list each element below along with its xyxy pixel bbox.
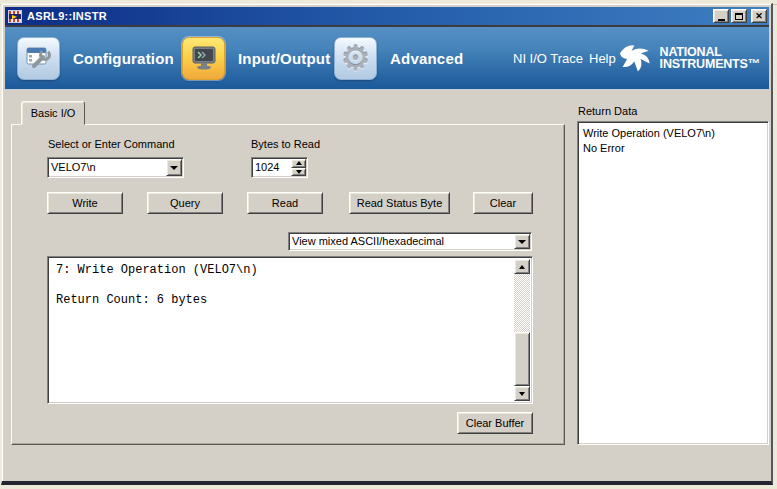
advanced-label: Advanced	[390, 50, 463, 67]
toolbar-item-configuration[interactable]: Configuration	[17, 27, 174, 89]
advanced-gear-icon[interactable]: ⚙	[334, 37, 377, 80]
maximize-icon	[735, 13, 743, 20]
close-icon: ✕	[755, 12, 763, 21]
maximize-button[interactable]	[731, 9, 747, 23]
return-data-line: Write Operation (VELO7\n)	[583, 126, 766, 141]
toolbar-item-input-output[interactable]: Input/Output	[182, 27, 330, 89]
gear-glyph: ⚙	[340, 41, 370, 75]
return-data-list[interactable]: Write Operation (VELO7\n) No Error	[577, 121, 769, 445]
toolbar-item-advanced[interactable]: ⚙ Advanced	[334, 27, 463, 89]
return-data-line: No Error	[583, 141, 766, 156]
tab-basic-io[interactable]: Basic I/O	[21, 101, 85, 125]
basic-io-panel	[11, 124, 565, 445]
return-data-text: Write Operation (VELO7\n) No Error	[580, 124, 766, 442]
labview-vi-icon	[8, 10, 22, 23]
toolbar: Configuration Input/Output	[5, 25, 769, 90]
window-controls: ✕	[713, 9, 767, 23]
app-window: ASRL9::INSTR ✕	[1, 3, 773, 485]
minimize-icon	[718, 19, 725, 21]
minimize-button[interactable]	[713, 9, 729, 23]
window-title: ASRL9::INSTR	[27, 10, 713, 22]
return-data-label: Return Data	[578, 105, 637, 117]
ni-io-trace-link[interactable]: NI I/O Trace	[513, 51, 583, 66]
help-link[interactable]: Help	[589, 51, 616, 66]
ni-logo: NATIONAL INSTRUMENTS™	[619, 43, 760, 73]
ni-eagle-icon	[619, 43, 655, 73]
ni-logo-line2: INSTRUMENTS™	[660, 58, 760, 70]
input-output-icon[interactable]	[182, 37, 225, 80]
ni-logo-text: NATIONAL INSTRUMENTS™	[660, 46, 760, 70]
title-bar: ASRL9::INSTR ✕	[5, 7, 769, 25]
configuration-icon[interactable]	[17, 37, 60, 80]
screen: ASRL9::INSTR ✕	[0, 0, 777, 489]
configuration-label: Configuration	[73, 50, 174, 67]
input-output-label: Input/Output	[238, 50, 330, 67]
tab-basic-io-label: Basic I/O	[31, 107, 76, 119]
close-button[interactable]: ✕	[751, 9, 767, 23]
